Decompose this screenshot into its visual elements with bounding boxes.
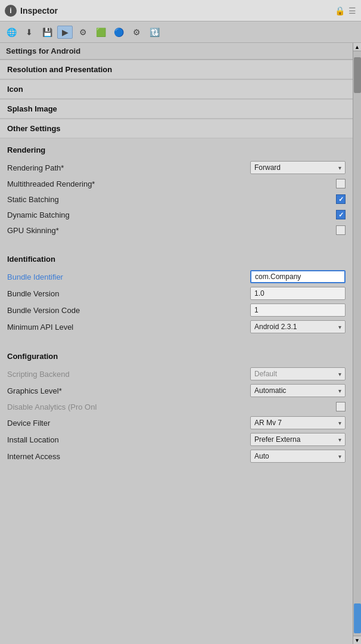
dropdown-arrow-icon-3: ▾	[338, 371, 341, 377]
bundle-version-input[interactable]: 1.0	[250, 287, 346, 300]
disable-analytics-row: Disable Analytics (Pro Onl	[0, 399, 353, 414]
disable-analytics-control	[336, 402, 346, 411]
device-filter-label: Device Filter	[7, 419, 250, 428]
configuration-header: Configuration	[0, 347, 353, 366]
bundle-version-row: Bundle Version 1.0	[0, 285, 353, 302]
bundle-version-code-control: 1	[250, 304, 346, 317]
device-filter-dropdown[interactable]: AR Mv 7 ▾	[250, 416, 346, 429]
section-icon[interactable]: Icon	[0, 79, 353, 99]
bundle-version-code-row: Bundle Version Code 1	[0, 302, 353, 318]
bundle-version-label: Bundle Version	[7, 289, 250, 298]
scripting-backend-label: Scripting Backend	[7, 370, 250, 379]
rendering-area: Rendering Rendering Path* Forward ▾ Mult…	[0, 138, 353, 240]
dynamic-batching-label: Dynamic Batching	[7, 210, 336, 219]
scrollbar-accent	[354, 603, 361, 633]
min-api-level-control: Android 2.3.1 ▾	[250, 320, 346, 333]
gpu-skinning-row: GPU Skinning*	[0, 222, 353, 238]
install-location-row: Install Location Prefer Externa ▾	[0, 431, 353, 448]
dropdown-arrow-icon-5: ▾	[338, 420, 341, 426]
rendering-path-dropdown[interactable]: Forward ▾	[250, 161, 346, 174]
graphics-level-label: Graphics Level*	[7, 386, 250, 395]
dynamic-batching-control	[336, 210, 346, 219]
inspector-icon: i	[5, 5, 17, 17]
title-bar: i Inspector 🔒 ☰	[0, 0, 361, 21]
bundle-identifier-input[interactable]: com.Company	[250, 270, 346, 283]
min-api-level-dropdown[interactable]: Android 2.3.1 ▾	[250, 320, 346, 333]
install-location-control: Prefer Externa ▾	[250, 433, 346, 446]
scripting-backend-row: Scripting Backend Default ▾	[0, 366, 353, 382]
scrollbar-track[interactable]	[353, 51, 361, 601]
internet-access-label: Internet Access	[7, 452, 250, 461]
graphics-level-dropdown[interactable]: Automatic ▾	[250, 384, 346, 397]
identification-header: Identification	[0, 250, 353, 268]
scrollbar-thumb[interactable]	[354, 57, 361, 93]
toolbar-blue-icon[interactable]: 🔵	[111, 26, 126, 39]
toolbar-settings-icon[interactable]: ⚙	[75, 26, 91, 39]
multithreaded-label: Multithreaded Rendering*	[7, 179, 336, 188]
device-filter-row: Device Filter AR Mv 7 ▾	[0, 414, 353, 431]
separator-1	[0, 240, 353, 247]
bundle-version-code-input[interactable]: 1	[250, 304, 346, 317]
internet-access-row: Internet Access Auto ▾	[0, 448, 353, 465]
settings-header: Settings for Android	[0, 43, 353, 60]
toolbar-green-icon[interactable]: 🟩	[93, 26, 108, 39]
install-location-dropdown[interactable]: Prefer Externa ▾	[250, 433, 346, 446]
dropdown-arrow-icon: ▾	[338, 165, 341, 171]
graphics-level-control: Automatic ▾	[250, 384, 346, 397]
dropdown-arrow-icon-7: ▾	[338, 453, 341, 460]
graphics-level-row: Graphics Level* Automatic ▾	[0, 382, 353, 399]
scripting-backend-dropdown[interactable]: Default ▾	[250, 367, 346, 380]
min-api-level-label: Minimum API Level	[7, 323, 250, 332]
section-resolution[interactable]: Resolution and Presentation	[0, 60, 353, 79]
toolbar-save-icon[interactable]: 💾	[39, 26, 55, 39]
rendering-header: Rendering	[0, 141, 353, 159]
disable-analytics-checkbox[interactable]	[336, 402, 346, 411]
bundle-version-code-label: Bundle Version Code	[7, 306, 250, 315]
multithreaded-row: Multithreaded Rendering*	[0, 176, 353, 191]
dropdown-arrow-icon-6: ▾	[338, 436, 341, 443]
disable-analytics-label: Disable Analytics (Pro Onl	[7, 402, 336, 411]
toolbar-play-icon[interactable]: ▶	[57, 26, 73, 39]
menu-icon[interactable]: ☰	[348, 6, 356, 16]
bundle-version-control: 1.0	[250, 287, 346, 300]
install-location-label: Install Location	[7, 435, 250, 444]
separator-2	[0, 338, 353, 345]
toolbar-refresh-icon[interactable]: 🔃	[147, 26, 162, 39]
rendering-path-label: Rendering Path*	[7, 163, 250, 172]
toolbar-gear-icon[interactable]: ⚙	[129, 26, 144, 39]
dropdown-arrow-icon-2: ▾	[338, 324, 341, 330]
content-area: Settings for Android Resolution and Pres…	[0, 43, 353, 644]
gpu-skinning-label: GPU Skinning*	[7, 226, 336, 235]
static-batching-row: Static Batching	[0, 191, 353, 207]
dynamic-batching-row: Dynamic Batching	[0, 207, 353, 222]
multithreaded-checkbox[interactable]	[336, 179, 346, 188]
identification-area: Identification Bundle Identifier com.Com…	[0, 247, 353, 338]
scrollbar[interactable]: ▲ ▼	[353, 43, 361, 644]
bundle-identifier-label[interactable]: Bundle Identifier	[7, 273, 250, 281]
toolbar-globe-icon[interactable]: 🌐	[4, 26, 19, 39]
scrollbar-down-button[interactable]: ▼	[353, 636, 362, 644]
bundle-identifier-control: com.Company	[250, 270, 346, 283]
title-text: Inspector	[20, 6, 58, 16]
internet-access-control: Auto ▾	[250, 450, 346, 463]
main-container: Settings for Android Resolution and Pres…	[0, 43, 361, 644]
scrollbar-up-button[interactable]: ▲	[353, 43, 362, 51]
rendering-path-row: Rendering Path* Forward ▾	[0, 159, 353, 176]
lock-icon[interactable]: 🔒	[335, 6, 345, 16]
static-batching-label: Static Batching	[7, 195, 336, 204]
bundle-identifier-row: Bundle Identifier com.Company	[0, 268, 353, 285]
internet-access-dropdown[interactable]: Auto ▾	[250, 450, 346, 463]
static-batching-checkbox[interactable]	[336, 194, 346, 204]
multithreaded-control	[336, 179, 346, 188]
toolbar: 🌐 ⬇ 💾 ▶ ⚙ 🟩 🔵 ⚙ 🔃	[0, 21, 361, 43]
gpu-skinning-checkbox[interactable]	[336, 225, 346, 235]
configuration-area: Configuration Scripting Backend Default …	[0, 345, 353, 467]
rendering-path-control: Forward ▾	[250, 161, 346, 174]
dropdown-arrow-icon-4: ▾	[338, 388, 341, 394]
static-batching-control	[336, 194, 346, 204]
gpu-skinning-control	[336, 225, 346, 235]
toolbar-download-icon[interactable]: ⬇	[21, 26, 37, 39]
section-other[interactable]: Other Settings	[0, 119, 353, 138]
section-splash[interactable]: Splash Image	[0, 99, 353, 119]
dynamic-batching-checkbox[interactable]	[336, 210, 346, 219]
